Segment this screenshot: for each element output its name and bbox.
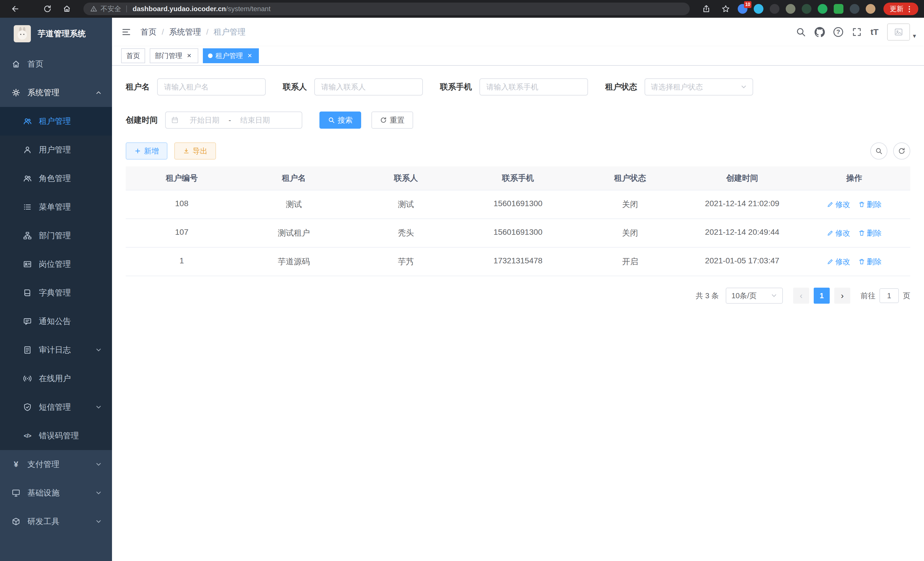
bookmark-star-icon[interactable] — [718, 2, 733, 16]
export-button-label: 导出 — [193, 146, 207, 156]
sidebar-item-dict[interactable]: 字典管理 — [0, 278, 112, 307]
refresh-table-icon[interactable] — [893, 142, 910, 159]
user-icon — [23, 145, 32, 154]
user-avatar-menu[interactable]: ▾ — [887, 23, 916, 41]
search-button[interactable]: 搜索 — [320, 111, 361, 129]
extension-icon-2[interactable] — [754, 4, 764, 14]
delete-button[interactable]: 删除 — [858, 228, 882, 238]
filter-tenant-name: 租户名 — [126, 78, 266, 96]
update-label: 更新 — [890, 4, 903, 14]
add-button[interactable]: 新增 — [126, 142, 167, 159]
prev-page-button[interactable]: ‹ — [793, 288, 809, 304]
sidebar-item-role[interactable]: 角色管理 — [0, 164, 112, 193]
back-icon[interactable] — [8, 2, 23, 16]
sidebar-item-user[interactable]: 用户管理 — [0, 135, 112, 164]
menu-label: 系统管理 — [27, 87, 59, 98]
extension-icon-7[interactable] — [834, 4, 843, 14]
sidebar-item-dept[interactable]: 部门管理 — [0, 221, 112, 250]
sidebar-group-system[interactable]: 系统管理 — [0, 78, 112, 107]
delete-button[interactable]: 删除 — [858, 200, 882, 210]
pagination-total: 共 3 条 — [696, 291, 719, 301]
next-page-button[interactable]: › — [834, 288, 850, 304]
tab-dept[interactable]: 部门管理 × — [150, 48, 198, 63]
sidebar-group-infra[interactable]: 基础设施 — [0, 479, 112, 507]
extension-icon-9[interactable] — [866, 4, 875, 14]
col-tenant-id: 租户编号 — [126, 166, 238, 190]
col-actions: 操作 — [798, 166, 910, 190]
sidebar-item-post[interactable]: 岗位管理 — [0, 250, 112, 278]
status-select[interactable]: 请选择租户状态 — [645, 78, 753, 96]
url-path: /system/tenant — [226, 5, 271, 13]
breadcrumb-home[interactable]: 首页 — [141, 27, 157, 38]
security-label[interactable]: 不安全 — [100, 4, 121, 14]
sidebar-item-notice[interactable]: 通知公告 — [0, 307, 112, 336]
extension-icon-3[interactable] — [770, 4, 779, 14]
warning-icon — [90, 5, 97, 12]
sidebar-item-online-users[interactable]: 在线用户 — [0, 364, 112, 393]
sidebar-item-error-code[interactable]: </> 错误码管理 — [0, 421, 112, 450]
extension-icon-6[interactable] — [818, 4, 827, 14]
contact-cell: 秃头 — [350, 219, 462, 247]
end-date-input[interactable] — [233, 116, 278, 125]
col-status: 租户状态 — [574, 166, 686, 190]
tenant-name-input[interactable] — [157, 78, 266, 96]
sidebar-item-home[interactable]: 首页 — [0, 50, 112, 78]
help-icon[interactable]: ? — [833, 27, 843, 37]
reload-icon[interactable] — [40, 2, 55, 16]
reset-button[interactable]: 重置 — [371, 111, 413, 129]
font-size-icon[interactable]: tT — [871, 27, 879, 37]
screen: 不安全 dashboard.yudao.iocoder.cn/system/te… — [0, 0, 924, 561]
sidebar-group-payment[interactable]: ¥ 支付管理 — [0, 450, 112, 479]
toggle-search-icon[interactable] — [870, 142, 887, 159]
table-row: 107 测试租户 秃头 15601691300 关闭 2021-12-14 20… — [126, 219, 910, 248]
sidebar-item-menu[interactable]: 菜单管理 — [0, 193, 112, 221]
menu-label: 通知公告 — [39, 316, 71, 327]
edit-button[interactable]: 修改 — [827, 228, 850, 238]
extension-icon-8[interactable] — [850, 4, 860, 14]
mobile-input[interactable] — [479, 78, 588, 96]
page-size-select[interactable]: 10条/页 — [726, 288, 783, 304]
tab-home[interactable]: 首页 — [121, 48, 145, 63]
browser-update-button[interactable]: 更新 ⋮ — [884, 3, 918, 15]
kebab-menu-icon[interactable]: ⋮ — [903, 5, 915, 14]
date-range-picker[interactable]: - — [165, 111, 302, 129]
close-icon[interactable]: × — [185, 52, 193, 60]
yen-icon: ¥ — [11, 460, 21, 469]
sidebar-item-tenant[interactable]: 租户管理 — [0, 107, 112, 135]
tab-tenant[interactable]: 租户管理 × — [203, 48, 259, 63]
extension-icon-5[interactable] — [802, 4, 812, 14]
export-button[interactable]: 导出 — [174, 142, 216, 159]
header-search-icon[interactable] — [796, 27, 806, 37]
sidebar-group-devtools[interactable]: 研发工具 — [0, 507, 112, 536]
address-bar[interactable]: 不安全 dashboard.yudao.iocoder.cn/system/te… — [83, 3, 690, 15]
edit-button[interactable]: 修改 — [827, 200, 850, 210]
goto-page-input[interactable] — [879, 288, 899, 303]
edit-button[interactable]: 修改 — [827, 257, 850, 267]
tenant-name-cell: 芋道源码 — [238, 248, 350, 276]
goto-label: 前往 — [861, 291, 875, 301]
sidebar-group-audit-log[interactable]: 审计日志 — [0, 336, 112, 364]
hamburger-icon[interactable] — [112, 27, 141, 37]
chevron-down-icon — [95, 404, 102, 410]
close-icon[interactable]: × — [246, 52, 254, 60]
post-icon — [23, 260, 32, 269]
start-date-input[interactable] — [182, 116, 227, 125]
browser-home-icon[interactable] — [59, 2, 74, 16]
sidebar: 芋道管理系统 首页 系统管理 租户管理 — [0, 18, 112, 561]
extension-icon-1[interactable]: 10 — [738, 4, 747, 14]
tenant-id-cell: 108 — [126, 190, 238, 218]
app-logo[interactable]: 芋道管理系统 — [0, 18, 112, 50]
tab-label: 首页 — [126, 51, 140, 60]
url-text: dashboard.yudao.iocoder.cn/system/tenant — [133, 5, 271, 13]
sidebar-group-sms[interactable]: 短信管理 — [0, 393, 112, 421]
menu-label: 研发工具 — [27, 516, 59, 527]
github-icon[interactable] — [814, 27, 825, 37]
delete-button[interactable]: 删除 — [858, 257, 882, 267]
breadcrumb-system[interactable]: 系统管理 — [169, 27, 201, 38]
fullscreen-icon[interactable] — [852, 27, 862, 37]
extension-icon-4[interactable] — [786, 4, 795, 14]
page-number-1[interactable]: 1 — [814, 288, 830, 304]
share-icon[interactable] — [699, 2, 714, 16]
navbar-right: ? tT ▾ — [796, 23, 916, 41]
contact-input[interactable] — [314, 78, 423, 96]
